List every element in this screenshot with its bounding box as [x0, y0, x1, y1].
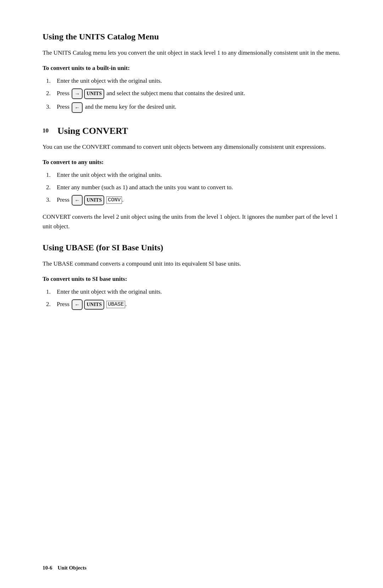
units-key: UNITS: [84, 89, 104, 99]
section-title-ubase: Using UBASE (for SI Base Units): [43, 243, 348, 252]
list-item: 1. Enter the unit object with the origin…: [46, 76, 348, 86]
ubase-intro: The UBASE command converts a compound un…: [43, 259, 348, 268]
left-arrow-key: ←: [72, 102, 83, 113]
subsection-title-si-base: To convert units to SI base units:: [43, 276, 348, 283]
left-arrow-key-2: ←: [72, 195, 83, 206]
page: Using the UNITS Catalog Menu The UNITS C…: [0, 0, 383, 588]
section-title-units-catalog: Using the UNITS Catalog Menu: [43, 32, 348, 42]
units-key-3: UNITS: [84, 300, 104, 310]
chapter-section-convert: 10 Using CONVERT: [43, 126, 348, 136]
subsection-title-any-units: To convert to any units:: [43, 159, 348, 166]
list-item: 2. Press ←UNITS UBASE.: [46, 299, 348, 310]
convert-note: CONVERT converts the level 2 unit object…: [43, 212, 348, 231]
ubase-command: UBASE: [106, 301, 125, 308]
list-item: 2. Press →UNITS and select the subject m…: [46, 88, 348, 99]
subsection-title-builtin: To convert units to a built-in unit:: [43, 65, 348, 72]
conv-command: CONV: [106, 196, 122, 204]
footer-page-ref: 10-6: [43, 565, 52, 571]
list-item: 1. Enter the unit object with the origin…: [46, 170, 348, 180]
convert-intro: You can use the CONVERT command to conve…: [43, 142, 348, 152]
section-title-convert: Using CONVERT: [57, 126, 128, 136]
steps-builtin: 1. Enter the unit object with the origin…: [46, 76, 348, 113]
left-arrow-key-3: ←: [72, 299, 83, 310]
steps-convert: 1. Enter the unit object with the origin…: [46, 170, 348, 206]
footer-label: Unit Objects: [58, 565, 87, 571]
units-catalog-intro: The UNITS Catalog menu lets you convert …: [43, 48, 348, 58]
list-item: 1. Enter the unit object with the origin…: [46, 287, 348, 296]
list-item: 3. Press ← and the menu key for the desi…: [46, 102, 348, 113]
steps-ubase: 1. Enter the unit object with the origin…: [46, 287, 348, 310]
list-item: 3. Press ←UNITS CONV.: [46, 195, 348, 206]
chapter-number: 10: [43, 127, 54, 134]
units-key-2: UNITS: [84, 195, 104, 205]
right-arrow-key: →: [72, 88, 83, 99]
footer: 10-6 Unit Objects: [43, 565, 87, 571]
list-item: 2. Enter any number (such as 1) and atta…: [46, 183, 348, 192]
